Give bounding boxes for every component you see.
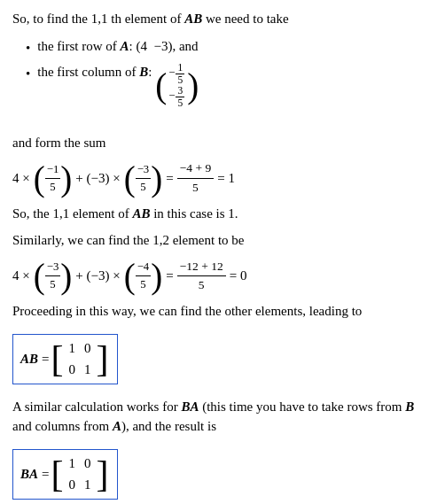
eq1-coeff1: 4 × (12, 168, 30, 189)
ba-intro-text: A similar calculation works for BA (this… (12, 397, 433, 437)
bullet-2-text: the first column of B: (37, 62, 152, 82)
eq1-fraction-result: −4 + 9 5 (177, 159, 214, 197)
bullet-1: • the first row of A: (4 −3), and (26, 36, 433, 58)
b-col-values: −15 −35 (168, 62, 185, 108)
ba-21: 0 (68, 475, 75, 495)
eq1-equals: = (166, 168, 173, 189)
eq2-fraction-result: −12 + 12 5 (177, 258, 226, 295)
ab-11: 1 (68, 338, 75, 359)
frac-neg-1-5: −1 5 (45, 161, 61, 196)
eq1-frac2: ( −3 5 ) (124, 161, 163, 196)
ba-matrix-box: BA = [ 1 0 0 1 ] (12, 449, 118, 500)
AB-label: AB (184, 12, 202, 26)
ba-label: BA (20, 464, 38, 485)
ab-label: AB (20, 349, 38, 369)
b-val-2: −35 (168, 85, 185, 108)
ab-12: 0 (84, 338, 91, 359)
bullet-dot-1: • (26, 38, 30, 58)
b-column-vector: ( −15 −35 ) (155, 62, 199, 108)
left-paren: ( (155, 71, 167, 100)
ba-right-bracket: ] (96, 460, 108, 490)
frac-neg-4-5: −4 5 (136, 259, 152, 293)
ab-right-bracket: ] (96, 345, 108, 375)
intro-text: So, to find the 1,1 th element of AB we … (12, 9, 433, 29)
eq1-plus: + (−3) × (75, 168, 120, 189)
ab-matrix-values: 1 0 0 1 (68, 338, 90, 380)
frac-neg-3-5-b: −3 5 (45, 259, 61, 293)
ab-left-bracket: [ (51, 345, 63, 375)
eq2-coeff1: 4 × (12, 266, 30, 286)
ba-12: 0 (84, 454, 91, 474)
ba-equals: = (42, 464, 49, 485)
ab-22: 1 (84, 360, 91, 380)
right-paren: ) (187, 71, 199, 100)
ba-matrix-container: BA = [ 1 0 0 1 ] (12, 444, 433, 504)
bullet-2: • the first column of B: ( −15 −35 ) (26, 62, 433, 108)
frac-neg-3-5: −3 5 (136, 161, 152, 196)
so-11-text: So, the 1,1 element of AB in this case i… (12, 204, 433, 224)
eq2-equals: = (166, 266, 173, 286)
b-val-1: −15 (168, 62, 185, 85)
eq2-frac2: ( −4 5 ) (124, 259, 163, 293)
eq2-plus: + (−3) × (75, 266, 120, 286)
ba-left-bracket: [ (51, 460, 63, 490)
eq1-frac1: ( −1 5 ) (34, 161, 73, 196)
ab-21: 0 (68, 360, 75, 380)
ab-matrix-box: AB = [ 1 0 0 1 ] (12, 334, 118, 384)
similarly-text: Similarly, we can find the 1,2 element t… (12, 230, 433, 251)
ab-equals: = (42, 349, 49, 369)
proceeding-text: Proceeding in this way, we can find the … (12, 301, 433, 322)
ba-22: 1 (84, 475, 91, 495)
bullet-dot-2: • (26, 64, 30, 84)
ba-11: 1 (68, 454, 75, 474)
equation-1: 4 × ( −1 5 ) + (−3) × ( −3 5 ) = −4 + 9 … (12, 159, 433, 197)
ba-matrix-values: 1 0 0 1 (68, 454, 90, 495)
bullet-1-text: the first row of A: (4 −3), and (37, 36, 198, 57)
ab-matrix-container: AB = [ 1 0 0 1 ] (12, 329, 433, 390)
eq2-frac1: ( −3 5 ) (34, 259, 73, 293)
eq1-final: = 1 (217, 168, 235, 189)
equation-2: 4 × ( −3 5 ) + (−3) × ( −4 5 ) = −12 + 1… (12, 258, 433, 295)
eq2-final: = 0 (230, 266, 247, 286)
form-sum-text: and form the sum (12, 133, 433, 153)
